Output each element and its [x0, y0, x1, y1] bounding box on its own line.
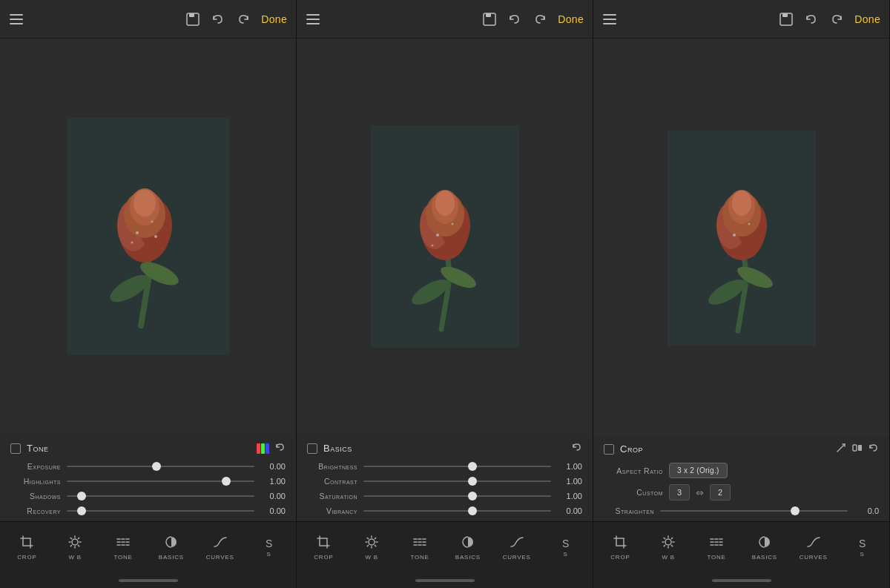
reset-icon-2[interactable] [572, 442, 582, 455]
nav-s-3[interactable]: S S [849, 538, 876, 558]
recovery-thumb[interactable] [77, 506, 86, 515]
contrast-track[interactable] [363, 480, 551, 482]
angle-icon[interactable] [836, 443, 846, 455]
section-checkbox-3[interactable] [604, 444, 614, 455]
svg-rect-55 [603, 23, 616, 24]
nav-crop-3[interactable]: CROP [607, 535, 633, 561]
section-checkbox-1[interactable] [10, 443, 21, 454]
svg-rect-4 [189, 13, 194, 17]
nav-wb-3[interactable]: W B [655, 535, 682, 561]
flip-icon[interactable] [852, 443, 863, 455]
home-indicator-2 [297, 573, 593, 588]
save-icon[interactable] [185, 12, 200, 27]
recovery-value: 0.00 [260, 506, 286, 515]
shadows-thumb[interactable] [77, 492, 86, 501]
nav-curves-3[interactable]: CURVES [800, 535, 828, 561]
nav-crop-1[interactable]: CROP [13, 535, 40, 561]
nav-wb-2[interactable]: W B [358, 535, 385, 561]
recovery-track[interactable] [67, 510, 254, 512]
redo-icon[interactable] [236, 12, 251, 27]
svg-line-77 [672, 545, 673, 546]
nav-wb-label-2: W B [365, 554, 378, 561]
vibrancy-track[interactable] [363, 510, 551, 512]
nav-basics-1[interactable]: BASICS [158, 535, 185, 561]
svg-line-78 [672, 538, 673, 538]
tone-icon-2 [412, 535, 427, 552]
nav-s-label-2: S [563, 551, 567, 558]
straighten-thumb[interactable] [791, 506, 800, 515]
nav-wb-1[interactable]: W B [62, 535, 88, 561]
reset-icon-1[interactable] [275, 442, 286, 455]
svg-point-71 [665, 539, 671, 545]
custom-width-input[interactable] [669, 484, 690, 501]
swap-icon[interactable]: ⇔ [696, 487, 704, 498]
shadows-row: Shadows 0.00 [10, 492, 286, 501]
s-icon-2: S [562, 538, 569, 549]
menu-icon[interactable] [9, 12, 24, 27]
undo-icon[interactable] [211, 12, 225, 27]
done-button-3[interactable]: Done [854, 13, 880, 25]
saturation-label: Saturation [307, 492, 357, 501]
nav-curves-label-1: CURVES [206, 554, 234, 561]
exposure-thumb[interactable] [152, 462, 161, 471]
rose-image-1 [67, 118, 230, 355]
nav-s-label-3: S [860, 551, 864, 558]
svg-line-79 [664, 545, 665, 546]
nav-crop-2[interactable]: CROP [310, 535, 337, 561]
highlights-track[interactable] [67, 480, 254, 482]
aspect-ratio-button[interactable]: 3 x 2 (Orig.) [669, 463, 728, 478]
saturation-track[interactable] [363, 495, 551, 497]
nav-curves-1[interactable]: CURVES [206, 535, 234, 561]
save-icon-3[interactable] [779, 12, 794, 27]
save-icon-2[interactable] [482, 12, 497, 27]
reset-icon-3[interactable] [868, 443, 879, 455]
nav-tone-label-2: TONE [410, 554, 429, 561]
saturation-value: 1.00 [557, 492, 582, 501]
menu-icon-3[interactable] [602, 12, 617, 27]
curves-icon-3 [806, 535, 821, 552]
highlights-thumb[interactable] [222, 477, 231, 486]
vibrancy-value: 0.00 [557, 506, 582, 515]
brightness-track[interactable] [363, 466, 551, 467]
undo-icon-3[interactable] [804, 12, 819, 27]
done-button-1[interactable]: Done [261, 13, 287, 25]
color-channels-icon[interactable] [257, 443, 269, 454]
svg-point-68 [748, 222, 750, 225]
nav-s-2[interactable]: S S [553, 538, 579, 558]
svg-point-43 [431, 245, 433, 247]
nav-tone-2[interactable]: TONE [406, 535, 433, 561]
basics-icon-2 [461, 535, 475, 552]
controls-panel-2: Basics Brightness 1.00 Contrast [297, 435, 593, 521]
nav-basics-3[interactable]: BASICS [751, 535, 778, 561]
shadows-track[interactable] [67, 495, 254, 497]
section-title-1: Tone [27, 443, 251, 454]
toolbar-1: Done [0, 0, 296, 39]
saturation-thumb[interactable] [468, 492, 477, 501]
nav-s-1[interactable]: S S [256, 538, 283, 558]
undo-icon-2[interactable] [507, 12, 522, 27]
custom-height-input[interactable] [710, 484, 731, 501]
vibrancy-thumb[interactable] [468, 506, 477, 515]
redo-icon-3[interactable] [829, 12, 844, 27]
home-indicator-1 [0, 573, 296, 588]
straighten-track[interactable] [660, 510, 848, 512]
svg-point-14 [136, 231, 139, 234]
contrast-row: Contrast 1.00 [307, 477, 582, 486]
nav-tone-1[interactable]: TONE [110, 535, 136, 561]
exposure-track[interactable] [67, 466, 254, 467]
menu-icon-2[interactable] [306, 12, 320, 27]
home-bar-2 [415, 579, 475, 582]
nav-tone-3[interactable]: TONE [703, 535, 730, 561]
brightness-thumb[interactable] [468, 462, 477, 471]
nav-curves-2[interactable]: CURVES [503, 535, 531, 561]
basics-panel: Done Basics [297, 0, 593, 588]
section-checkbox-2[interactable] [307, 443, 317, 454]
redo-icon-2[interactable] [533, 12, 547, 27]
svg-point-17 [154, 235, 157, 238]
crop-panel: Done Crop [593, 0, 890, 588]
svg-line-25 [79, 538, 79, 538]
nav-basics-2[interactable]: BASICS [455, 535, 481, 561]
done-button-2[interactable]: Done [558, 13, 584, 25]
contrast-thumb[interactable] [468, 477, 477, 486]
svg-rect-53 [603, 14, 616, 16]
